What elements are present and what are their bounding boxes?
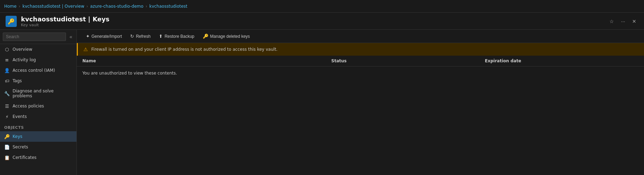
sidebar-item-access-control[interactable]: 👤 Access control (IAM) — [0, 65, 76, 76]
refresh-button[interactable]: ↻ Refresh — [127, 32, 154, 41]
data-table: Name Status Expiration date You are unau… — [77, 56, 644, 175]
breadcrumb-home[interactable]: Home — [4, 4, 16, 9]
resource-title: kvchaosstudiotest | Keys — [21, 15, 110, 23]
manage-deleted-icon: 🔑 — [203, 34, 208, 39]
sidebar-item-label-activity-log: Activity log — [13, 57, 36, 62]
objects-section-label: Objects — [0, 122, 76, 131]
sidebar-item-overview[interactable]: ⬡ Overview — [0, 44, 76, 55]
sidebar-item-label-overview: Overview — [13, 47, 32, 52]
sidebar-item-access-policies[interactable]: ☰ Access policies — [0, 101, 76, 111]
content-area: ✦ Generate/Import ↻ Refresh ⬆ Restore Ba… — [77, 30, 644, 175]
search-input[interactable] — [3, 33, 66, 41]
activity-log-icon: ≡ — [4, 57, 10, 63]
refresh-icon: ↻ — [130, 34, 134, 39]
favorite-button[interactable]: ☆ — [607, 18, 616, 25]
manage-deleted-button[interactable]: 🔑 Manage deleted keys — [199, 32, 253, 41]
main-layout: « ⬡ Overview ≡ Activity log 👤 Access con… — [0, 30, 644, 175]
more-options-button[interactable]: ··· — [619, 18, 627, 25]
sidebar-item-label-access-control: Access control (IAM) — [13, 68, 55, 73]
overview-icon: ⬡ — [4, 47, 10, 52]
column-expiration: Expiration date — [485, 58, 638, 63]
warning-message: Firewall is turned on and your client IP… — [91, 47, 278, 52]
breadcrumb-sep-2: › — [87, 4, 88, 9]
warning-banner: ⚠ Firewall is turned on and your client … — [77, 43, 644, 56]
sidebar-item-label-diagnose: Diagnose and solve problems — [13, 89, 72, 98]
restore-backup-button[interactable]: ⬆ Restore Backup — [155, 32, 198, 41]
sidebar: « ⬡ Overview ≡ Activity log 👤 Access con… — [0, 30, 77, 175]
sidebar-search-container: « — [0, 30, 76, 44]
breadcrumb-bar: Home › kvchaosstudiotest | Overview › az… — [0, 0, 644, 13]
sidebar-item-label-tags: Tags — [13, 78, 22, 83]
column-status: Status — [331, 58, 485, 63]
sidebar-item-keys[interactable]: 🔑 Keys — [0, 131, 76, 142]
events-icon: ⚡ — [4, 114, 10, 119]
access-control-icon: 👤 — [4, 68, 10, 73]
sidebar-item-events[interactable]: ⚡ Events — [0, 111, 76, 122]
breadcrumb-kv-overview[interactable]: kvchaosstudiotest | Overview — [22, 4, 84, 9]
header-actions: ☆ ··· ✕ — [607, 18, 638, 25]
warning-icon: ⚠ — [83, 47, 88, 52]
sidebar-item-certificates[interactable]: 📋 Certificates — [0, 152, 76, 163]
certificates-icon: 📋 — [4, 155, 10, 160]
resource-header: 🔑 kvchaosstudiotest | Keys Key vault ☆ ·… — [0, 13, 644, 30]
generate-import-button[interactable]: ✦ Generate/Import — [82, 32, 125, 41]
sidebar-item-label-access-policies: Access policies — [13, 104, 44, 108]
column-name: Name — [82, 58, 331, 63]
content-toolbar: ✦ Generate/Import ↻ Refresh ⬆ Restore Ba… — [77, 30, 644, 43]
breadcrumb-chaos-demo[interactable]: azure-chaos-studio-demo — [90, 4, 143, 9]
resource-subtitle: Key vault — [21, 23, 110, 27]
sidebar-item-label-keys: Keys — [13, 134, 22, 139]
sidebar-item-tags[interactable]: 🏷 Tags — [0, 76, 76, 86]
resource-title-block: kvchaosstudiotest | Keys Key vault — [21, 15, 110, 27]
table-header: Name Status Expiration date — [77, 56, 644, 66]
secrets-icon: 📄 — [4, 144, 10, 150]
close-button[interactable]: ✕ — [630, 18, 638, 25]
restore-icon: ⬆ — [159, 34, 163, 39]
breadcrumb-sep-1: › — [18, 4, 20, 9]
resource-icon: 🔑 — [6, 16, 17, 27]
sidebar-item-diagnose[interactable]: 🔧 Diagnose and solve problems — [0, 86, 76, 101]
tags-icon: 🏷 — [4, 78, 10, 84]
keys-icon: 🔑 — [4, 134, 10, 139]
generate-icon: ✦ — [86, 34, 90, 39]
sidebar-item-label-events: Events — [13, 114, 27, 119]
table-empty-message: You are unauthorized to view these conte… — [77, 66, 644, 80]
sidebar-item-label-certificates: Certificates — [13, 155, 37, 160]
sidebar-item-secrets[interactable]: 📄 Secrets — [0, 142, 76, 152]
sidebar-item-activity-log[interactable]: ≡ Activity log — [0, 55, 76, 65]
collapse-sidebar-button[interactable]: « — [68, 33, 74, 40]
sidebar-item-label-secrets: Secrets — [13, 145, 28, 149]
access-policies-icon: ☰ — [4, 103, 10, 109]
breadcrumb-sep-3: › — [146, 4, 147, 9]
breadcrumb-kv-resource[interactable]: kvchaosstudiotest — [149, 4, 187, 9]
svg-text:🔑: 🔑 — [8, 18, 15, 25]
diagnose-icon: 🔧 — [4, 91, 10, 96]
